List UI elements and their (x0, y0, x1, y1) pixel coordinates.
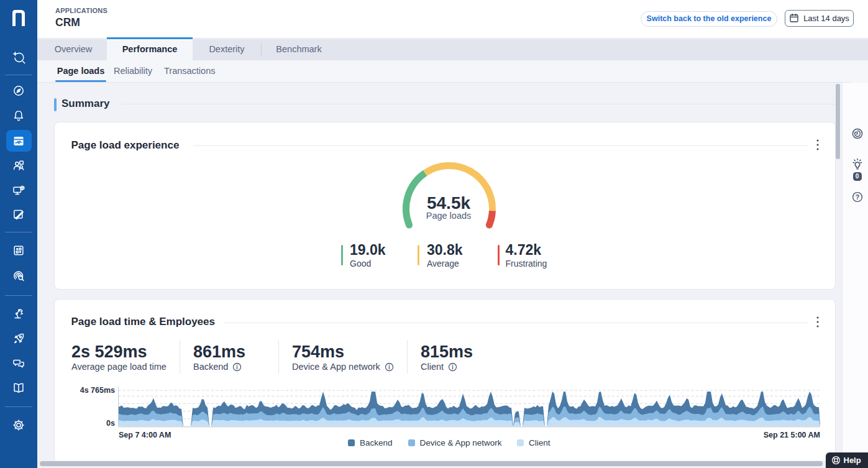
svg-text:?: ? (855, 193, 859, 200)
